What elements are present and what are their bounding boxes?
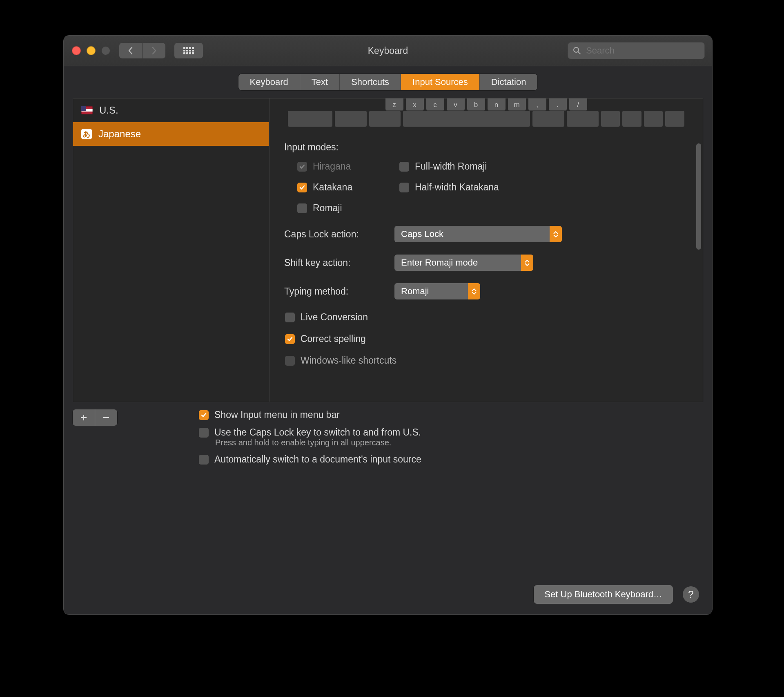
key: b: [467, 98, 485, 111]
option-label: Show Input menu in menu bar: [214, 409, 340, 420]
setup-bluetooth-button[interactable]: Set Up Bluetooth Keyboard…: [534, 585, 673, 604]
mode-label: Full-width Romaji: [415, 161, 487, 172]
mode-full-romaji[interactable]: Full-width Romaji: [399, 161, 530, 172]
tab-text[interactable]: Text: [300, 74, 339, 90]
checkbox[interactable]: [285, 334, 295, 344]
show-all-button[interactable]: [174, 43, 203, 58]
input-source-list[interactable]: U.S. あ Japanese: [73, 98, 270, 402]
checkbox[interactable]: [297, 183, 307, 192]
caps-lock-label: Caps Lock action:: [284, 229, 394, 240]
typing-method-label: Typing method:: [284, 286, 394, 297]
tab-bar: Keyboard Text Shortcuts Input Sources Di…: [64, 66, 712, 98]
option-label: Windows-like shortcuts: [301, 355, 396, 366]
search-field[interactable]: [568, 42, 705, 59]
tab-shortcuts[interactable]: Shortcuts: [339, 74, 401, 90]
mode-hiragana[interactable]: Hiragana: [297, 161, 399, 172]
typing-method-select[interactable]: Romaji: [394, 283, 480, 299]
key: v: [447, 98, 465, 111]
keyboard-preview-bottom: [288, 111, 684, 127]
add-source-button[interactable]: [73, 409, 95, 426]
checkbox[interactable]: [199, 428, 209, 438]
grid-icon: [183, 47, 194, 54]
option-correct-spelling[interactable]: Correct spelling: [285, 333, 688, 344]
svg-point-0: [574, 47, 579, 52]
source-label: U.S.: [99, 105, 118, 116]
mode-label: Half-width Katakana: [415, 182, 499, 193]
option-live-conversion[interactable]: Live Conversion: [285, 312, 688, 323]
add-remove-group: [73, 409, 117, 426]
checkbox[interactable]: [285, 356, 295, 366]
key: m: [508, 98, 526, 111]
option-show-input-menu[interactable]: Show Input menu in menu bar: [199, 409, 421, 420]
keyboard-preview-row: z x c v b n m , . /: [290, 98, 682, 111]
checkbox[interactable]: [297, 162, 307, 172]
key: n: [488, 98, 506, 111]
key: ,: [528, 98, 546, 111]
footer: Set Up Bluetooth Keyboard… ?: [73, 575, 703, 605]
minimize-window-button[interactable]: [87, 46, 96, 55]
tab-dictation[interactable]: Dictation: [479, 74, 538, 90]
checkbox[interactable]: [399, 183, 409, 192]
remove-source-button[interactable]: [95, 409, 117, 426]
global-options: Show Input menu in menu bar Use the Caps…: [199, 409, 421, 465]
option-label: Automatically switch to a document's inp…: [214, 454, 421, 465]
source-label: Japanese: [98, 128, 141, 140]
scrollbar-thumb[interactable]: [696, 143, 701, 250]
key: .: [549, 98, 567, 111]
titlebar: Keyboard: [64, 36, 712, 66]
key: /: [569, 98, 587, 111]
search-icon: [573, 47, 581, 55]
content-area: U.S. あ Japanese z x c v b n m: [64, 98, 712, 614]
nav-back-forward: [119, 43, 165, 58]
mode-label: Romaji: [313, 203, 342, 214]
zoom-window-button[interactable]: [101, 46, 110, 55]
caps-switch-hint: Press and hold to enable typing in all u…: [215, 438, 421, 447]
shift-key-label: Shift key action:: [284, 257, 394, 268]
source-item-us[interactable]: U.S.: [73, 98, 269, 122]
checkbox[interactable]: [199, 410, 209, 420]
key: x: [406, 98, 424, 111]
mode-label: Katakana: [313, 182, 352, 193]
option-auto-switch[interactable]: Automatically switch to a document's inp…: [199, 454, 421, 465]
checkbox[interactable]: [297, 203, 307, 213]
option-windows-shortcuts[interactable]: Windows-like shortcuts: [285, 355, 688, 366]
option-label: Correct spelling: [301, 333, 366, 344]
svg-line-1: [578, 52, 580, 54]
stepper-icon: [521, 255, 533, 271]
stepper-icon: [468, 283, 480, 299]
key: c: [426, 98, 444, 111]
mode-half-katakana[interactable]: Half-width Katakana: [399, 182, 530, 193]
search-input[interactable]: [585, 45, 699, 56]
help-button[interactable]: ?: [683, 586, 699, 603]
mode-label: Hiragana: [313, 161, 351, 172]
us-flag-icon: [81, 106, 93, 114]
input-modes-heading: Input modes:: [284, 142, 688, 153]
forward-button[interactable]: [142, 43, 165, 58]
select-value: Romaji: [394, 286, 435, 297]
japanese-icon: あ: [81, 129, 92, 139]
back-button[interactable]: [119, 43, 142, 58]
key: z: [385, 98, 403, 111]
preferences-window: Keyboard Keyboard Text Shortcuts Input S…: [63, 35, 713, 615]
checkbox[interactable]: [399, 162, 409, 172]
checkbox[interactable]: [285, 313, 295, 322]
split-pane: U.S. あ Japanese z x c v b n m: [73, 98, 703, 402]
option-label: Live Conversion: [301, 312, 368, 323]
option-caps-switch[interactable]: Use the Caps Lock key to switch to and f…: [199, 427, 421, 438]
shift-key-select[interactable]: Enter Romaji mode: [394, 255, 533, 271]
select-value: Enter Romaji mode: [394, 257, 484, 268]
caps-lock-select[interactable]: Caps Lock: [394, 226, 562, 242]
stepper-icon: [550, 226, 562, 242]
close-window-button[interactable]: [72, 46, 81, 55]
select-value: Caps Lock: [394, 229, 450, 239]
below-list-row: Show Input menu in menu bar Use the Caps…: [73, 402, 703, 465]
tab-input-sources[interactable]: Input Sources: [401, 74, 479, 90]
option-label: Use the Caps Lock key to switch to and f…: [214, 427, 421, 438]
checkbox[interactable]: [199, 455, 209, 465]
source-item-japanese[interactable]: あ Japanese: [73, 122, 269, 146]
mode-katakana[interactable]: Katakana: [297, 182, 399, 193]
tab-keyboard[interactable]: Keyboard: [238, 74, 300, 90]
mode-romaji[interactable]: Romaji: [297, 203, 399, 214]
window-controls: [64, 46, 110, 55]
source-detail-pane: z x c v b n m , . /: [270, 98, 703, 402]
